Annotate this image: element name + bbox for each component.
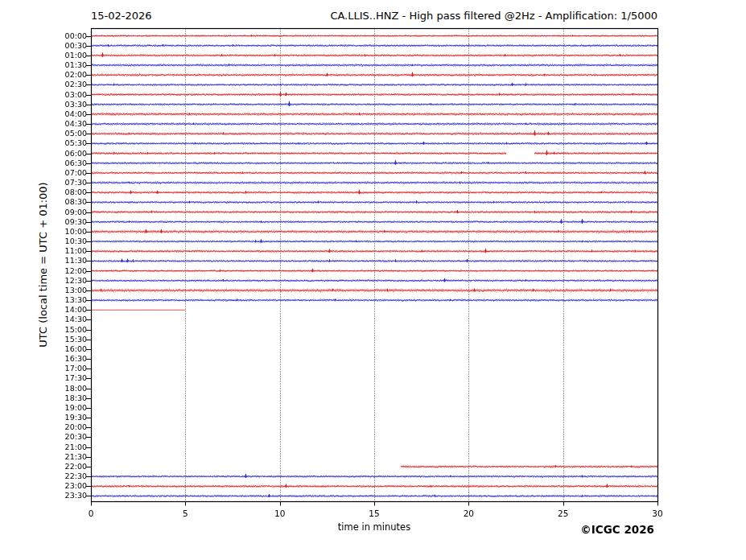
y-tick-label: 17:00 xyxy=(47,364,87,373)
y-tick-label: 13:30 xyxy=(47,296,87,304)
y-tick-label: 05:30 xyxy=(47,139,87,147)
y-tick-label: 10:00 xyxy=(47,228,87,236)
y-tick-label: 11:00 xyxy=(47,247,87,255)
x-tick-label: 10 xyxy=(264,509,296,518)
y-tick-label: 13:00 xyxy=(47,286,87,294)
y-tick-label: 12:30 xyxy=(47,277,87,285)
y-tick-label: 01:30 xyxy=(47,61,87,69)
y-tick-label: 06:30 xyxy=(47,159,87,167)
y-tick-label: 23:30 xyxy=(47,492,87,500)
y-tick-label: 02:30 xyxy=(47,80,87,89)
y-tick-label: 03:00 xyxy=(47,91,87,99)
helicorder-page: 15-02-2026 CA.LLIS..HNZ - High pass filt… xyxy=(0,0,746,560)
y-tick-label: 09:30 xyxy=(47,218,87,226)
y-tick-label: 21:30 xyxy=(47,453,87,461)
x-tick-label: 5 xyxy=(169,509,201,518)
y-tick-label: 14:30 xyxy=(47,315,87,323)
y-tick-label: 14:00 xyxy=(47,306,87,314)
x-tick-label: 25 xyxy=(547,509,579,518)
y-tick-label: 01:00 xyxy=(47,51,87,60)
y-tick-label: 05:00 xyxy=(47,130,87,138)
y-tick-label: 19:30 xyxy=(47,414,87,422)
y-tick-label: 17:30 xyxy=(47,374,87,382)
y-tick-label: 21:00 xyxy=(47,443,87,451)
y-tick-label: 22:00 xyxy=(47,463,87,471)
y-tick-label: 07:30 xyxy=(47,179,87,187)
y-tick-label: 04:30 xyxy=(47,120,87,128)
y-tick-label: 23:00 xyxy=(47,482,87,490)
x-tick-label: 15 xyxy=(358,509,390,518)
y-tick-label: 03:30 xyxy=(47,101,87,109)
x-tick-label: 30 xyxy=(641,509,674,518)
seismogram-canvas xyxy=(0,0,746,560)
y-tick-label: 20:00 xyxy=(47,423,87,431)
y-tick-label: 16:00 xyxy=(47,345,87,353)
y-tick-label: 08:00 xyxy=(47,188,87,196)
copyright-text: ©ICGC 2026 xyxy=(580,523,654,536)
x-axis-label: time in minutes xyxy=(91,521,657,533)
x-tick-label: 0 xyxy=(75,509,107,518)
y-tick-label: 19:00 xyxy=(47,404,87,412)
y-tick-label: 16:30 xyxy=(47,355,87,363)
x-tick-label: 20 xyxy=(452,509,484,518)
y-tick-label: 18:00 xyxy=(47,385,87,393)
y-tick-label: 09:00 xyxy=(47,208,87,216)
y-tick-label: 07:00 xyxy=(47,169,87,177)
y-tick-label: 15:30 xyxy=(47,336,87,344)
y-tick-label: 04:00 xyxy=(47,110,87,118)
y-tick-label: 12:00 xyxy=(47,267,87,275)
y-tick-label: 02:00 xyxy=(47,71,87,79)
y-tick-label: 18:30 xyxy=(47,394,87,402)
y-tick-label: 22:30 xyxy=(47,472,87,480)
y-tick-label: 11:30 xyxy=(47,257,87,265)
y-tick-label: 08:30 xyxy=(47,198,87,206)
y-tick-label: 15:00 xyxy=(47,326,87,334)
y-tick-label: 10:30 xyxy=(47,237,87,245)
y-tick-label: 00:30 xyxy=(47,42,87,50)
y-tick-label: 06:00 xyxy=(47,150,87,158)
y-tick-label: 20:30 xyxy=(47,433,87,441)
y-tick-label: 00:00 xyxy=(47,32,87,40)
